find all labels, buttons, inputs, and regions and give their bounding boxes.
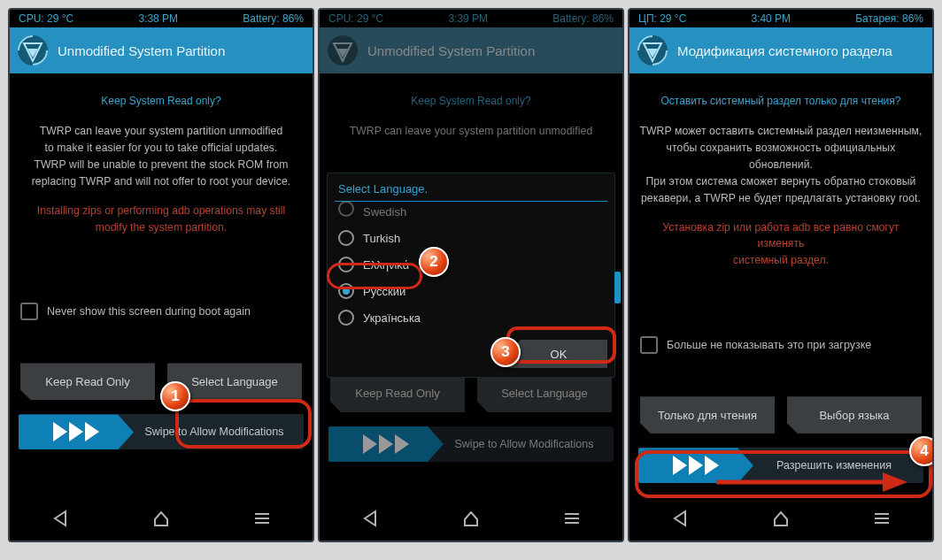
lang-option-turkish[interactable]: Turkish — [335, 225, 607, 251]
never-show-checkbox-row[interactable]: Больше не показывать это при загрузке — [638, 336, 923, 354]
nav-home-icon[interactable] — [461, 509, 481, 532]
title-band: Unmodified System Partition — [10, 27, 313, 73]
status-battery: Battery: 86% — [243, 12, 304, 25]
status-time: 3:40 PM — [751, 12, 791, 25]
android-navbar — [10, 500, 313, 541]
swipe-slider[interactable]: Разрешить изменения — [638, 448, 923, 483]
twrp-logo-icon — [635, 33, 670, 68]
content-area: Оставить системный раздел только для чте… — [629, 73, 932, 500]
lang-label: Swedish — [363, 205, 406, 219]
radio-icon[interactable] — [338, 310, 354, 326]
screen-3: ЦП: 29 °C 3:40 PM Батарея: 86% Модификац… — [628, 8, 934, 542]
content-area: Keep System Read only? TWRP can leave yo… — [10, 73, 313, 500]
twrp-logo-icon — [15, 33, 50, 68]
status-cpu: ЦП: 29 °C — [638, 12, 686, 25]
status-bar: CPU: 29 °C 3:39 PM Battery: 86% — [320, 10, 622, 27]
android-navbar — [320, 500, 622, 541]
swipe-slider[interactable]: Swipe to Allow Modifications — [19, 414, 304, 449]
status-bar: ЦП: 29 °C 3:40 PM Батарея: 86% — [629, 10, 932, 27]
checkbox-icon[interactable] — [640, 336, 658, 354]
checkbox-label: Never show this screen during boot again — [47, 305, 251, 318]
title-band: Unmodified System Partition — [320, 27, 622, 73]
warning-text: Установка zip или работа adb все равно с… — [638, 219, 923, 270]
screen-1: CPU: 29 °C 3:38 PM Battery: 86% Unmodifi… — [8, 8, 314, 542]
warning-text: Installing zips or performing adb operat… — [19, 203, 304, 236]
twrp-logo-icon — [325, 33, 360, 68]
keep-read-only-button[interactable]: Только для чтения — [640, 396, 775, 433]
checkbox-icon[interactable] — [20, 303, 38, 320]
radio-icon[interactable] — [338, 257, 354, 272]
nav-back-icon[interactable] — [360, 509, 380, 532]
screen-2: CPU: 29 °C 3:39 PM Battery: 86% Unmodifi… — [318, 8, 624, 542]
slider-handle[interactable] — [19, 414, 134, 449]
page-title: Unmodified System Partition — [367, 43, 535, 58]
checkbox-label: Больше не показывать это при загрузке — [667, 339, 871, 351]
page-title: Unmodified System Partition — [58, 43, 225, 58]
slider-handle[interactable] — [638, 448, 753, 483]
select-language-button[interactable]: Select Language — [477, 375, 612, 412]
select-language-button[interactable]: Select Language — [167, 363, 302, 400]
keep-read-only-button[interactable]: Keep Read Only — [20, 363, 155, 400]
dialog-title: Select Language. — [335, 180, 607, 202]
lang-option-greek[interactable]: Ελληνικά — [335, 251, 607, 278]
radio-icon[interactable] — [338, 230, 354, 246]
never-show-checkbox-row[interactable]: Never show this screen during boot again — [19, 303, 304, 320]
page-title: Модификация системного раздела — [677, 43, 892, 58]
nav-home-icon[interactable] — [151, 509, 171, 532]
select-language-button[interactable]: Выбор языка — [787, 396, 922, 433]
nav-back-icon[interactable] — [50, 509, 70, 532]
lang-option-swedish[interactable]: Swedish — [335, 202, 607, 225]
description-text: TWRP can leave your system partition unm… — [328, 123, 614, 140]
radio-icon[interactable] — [338, 201, 354, 217]
nav-recent-icon[interactable] — [872, 509, 892, 532]
lang-label: Ελληνικά — [363, 258, 409, 272]
status-bar: CPU: 29 °C 3:38 PM Battery: 86% — [10, 10, 313, 27]
status-time: 3:38 PM — [138, 12, 178, 25]
swipe-slider[interactable]: Swipe to Allow Modifications — [328, 426, 614, 462]
keep-read-only-button[interactable]: Keep Read Only — [330, 375, 465, 412]
description-text: TWRP can leave your system partition unm… — [19, 123, 304, 190]
radio-icon[interactable] — [338, 283, 354, 299]
prompt-text: Keep System Read only? — [19, 95, 304, 107]
title-band: Модификация системного раздела — [629, 27, 932, 73]
slider-handle[interactable] — [328, 426, 444, 462]
nav-home-icon[interactable] — [771, 509, 791, 532]
dialog-ok-button[interactable]: OK — [510, 340, 607, 368]
lang-label: Українська — [363, 311, 421, 325]
slider-label: Swipe to Allow Modifications — [134, 426, 295, 438]
status-battery: Battery: 86% — [552, 12, 614, 25]
nav-recent-icon[interactable] — [562, 509, 582, 532]
android-navbar — [629, 500, 932, 541]
lang-option-russian[interactable]: Русский — [335, 278, 607, 304]
status-battery: Батарея: 86% — [855, 12, 923, 25]
lang-label: Русский — [363, 285, 405, 298]
lang-option-ukrainian[interactable]: Українська — [335, 304, 607, 331]
select-language-dialog: Select Language. Swedish Turkish Ελληνικ… — [327, 173, 615, 378]
slider-label: Swipe to Allow Modifications — [444, 438, 605, 450]
nav-back-icon[interactable] — [670, 509, 690, 532]
prompt-text: Оставить системный раздел только для чте… — [638, 95, 923, 107]
status-time: 3:39 PM — [448, 12, 488, 25]
scrollbar-thumb[interactable] — [614, 272, 621, 303]
status-cpu: CPU: 29 °C — [19, 12, 73, 25]
lang-label: Turkish — [363, 232, 400, 245]
status-cpu: CPU: 29 °C — [328, 12, 383, 25]
slider-label: Разрешить изменения — [753, 459, 915, 472]
description-text: TWRP может оставить системный раздел неи… — [638, 123, 923, 207]
nav-recent-icon[interactable] — [252, 509, 272, 532]
prompt-text: Keep System Read only? — [328, 95, 614, 107]
